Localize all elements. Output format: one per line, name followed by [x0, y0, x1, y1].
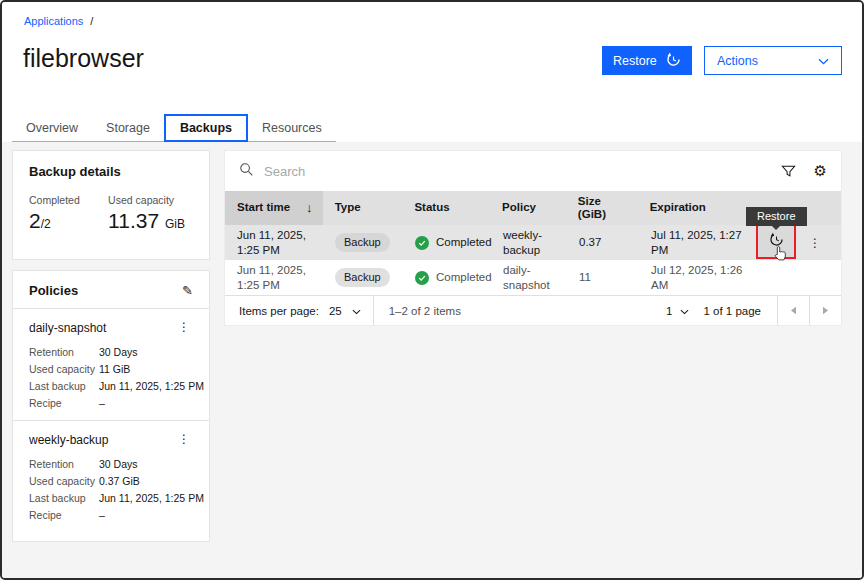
cell-expiration: Jul 12, 2025, 1:26 AM [639, 260, 755, 295]
breadcrumb-separator: / [90, 15, 93, 27]
policy-field-used-capacity: Used capacity0.37 GiB [29, 473, 193, 490]
cell-expiration: Jul 11, 2025, 1:27 PM [639, 225, 755, 260]
row-restore-button[interactable] [758, 226, 794, 257]
policy-name: weekly-backup [29, 433, 108, 447]
items-per-page-select[interactable]: Items per page: 25 [225, 296, 374, 325]
cell-type: Backup [323, 260, 403, 295]
next-page-button[interactable] [809, 296, 841, 325]
policy-field-recipe: Recipe– [29, 507, 193, 524]
policies-card: Policies ✎ daily-snapshot ⋮ Retention30 … [12, 270, 210, 542]
backup-details-stats: Completed 2/2 Used capacity 11.37 GiB [29, 194, 193, 233]
policy-overflow-menu-button[interactable]: ⋮ [175, 321, 193, 333]
cell-policy: daily-snapshot [491, 260, 567, 295]
table-row[interactable]: Jun 11, 2025, 1:25 PM Backup Completed d… [225, 260, 841, 295]
column-header-start-time[interactable]: Start time↓ [225, 191, 323, 225]
tab-resources-label: Resources [262, 121, 322, 135]
stat-completed-label: Completed [29, 194, 108, 206]
filter-icon[interactable] [781, 164, 796, 179]
type-tag: Backup [335, 233, 390, 252]
settings-gear-icon[interactable]: ⚙ [814, 162, 827, 180]
overflow-menu-icon: ⋮ [806, 237, 824, 249]
stat-completed: Completed 2/2 [29, 194, 108, 233]
backups-table: ⚙ Start time↓ Type Status Policy Size (G… [224, 150, 842, 326]
policy-field-retention: Retention30 Days [29, 344, 193, 361]
tab-overview-label: Overview [26, 121, 78, 135]
sort-descending-icon: ↓ [306, 201, 313, 216]
tab-backups[interactable]: Backups [164, 114, 248, 142]
tab-overview[interactable]: Overview [12, 114, 92, 142]
tab-storage[interactable]: Storage [92, 114, 164, 142]
policy-overflow-menu-button[interactable]: ⋮ [175, 433, 193, 445]
stat-used-capacity-label: Used capacity [108, 194, 193, 206]
policy-item-daily-snapshot: daily-snapshot ⋮ Retention30 Days Used c… [13, 309, 209, 420]
table-row[interactable]: Jun 11, 2025, 1:25 PM Backup Completed w… [225, 225, 841, 260]
cell-policy: weekly-backup [491, 225, 567, 260]
policy-field-last-backup: Last backupJun 11, 2025, 1:25 PM [29, 490, 193, 507]
restore-button-label: Restore [613, 54, 657, 68]
type-tag: Backup [335, 268, 390, 287]
stat-used-capacity-value: 11.37 GiB [108, 209, 193, 233]
breadcrumb: Applications/ [24, 15, 93, 27]
chevron-down-icon [352, 305, 361, 317]
tab-resources[interactable]: Resources [248, 114, 336, 142]
policy-field-used-capacity: Used capacity11 GiB [29, 361, 193, 378]
policy-field-recipe: Recipe– [29, 395, 193, 412]
tab-backups-label: Backups [180, 121, 232, 135]
caret-left-icon [790, 306, 797, 315]
cell-size: 0.37 [567, 225, 639, 260]
previous-page-button[interactable] [777, 296, 809, 325]
restore-button[interactable]: Restore [602, 46, 692, 75]
row-overflow-menu-button[interactable]: ⋮ [801, 225, 829, 260]
policy-name: daily-snapshot [29, 321, 106, 335]
page-title: filebrowser [23, 44, 144, 73]
cell-start-time: Jun 11, 2025, 1:25 PM [225, 225, 323, 260]
page-header: Applications/ filebrowser Restore Action… [2, 2, 862, 142]
tab-storage-label: Storage [106, 121, 150, 135]
restore-icon [666, 52, 681, 70]
cell-start-time: Jun 11, 2025, 1:25 PM [225, 260, 323, 295]
column-header-expiration[interactable]: Expiration [638, 191, 754, 225]
page-number-value: 1 [666, 305, 672, 317]
column-header-status[interactable]: Status [402, 191, 490, 225]
items-per-page-label: Items per page: [239, 305, 319, 317]
tab-bar: Overview Storage Backups Resources [12, 114, 312, 142]
actions-dropdown-button[interactable]: Actions [704, 46, 842, 75]
policies-header: Policies ✎ [13, 271, 209, 309]
policy-item-weekly-backup: weekly-backup ⋮ Retention30 Days Used ca… [13, 420, 209, 532]
cell-status: Completed [403, 260, 491, 295]
pagination-bar: Items per page: 25 1–2 of 2 items 1 1 of… [225, 295, 841, 325]
backup-details-title: Backup details [29, 164, 193, 179]
stat-completed-value: 2/2 [29, 209, 108, 233]
table-toolbar: ⚙ [225, 151, 841, 191]
column-header-type[interactable]: Type [323, 191, 403, 225]
column-header-policy[interactable]: Policy [490, 191, 566, 225]
actions-button-label: Actions [717, 54, 758, 68]
status-completed-icon [415, 236, 429, 250]
policies-title: Policies [29, 283, 78, 298]
restore-tooltip: Restore [746, 207, 807, 226]
page-number-select[interactable]: 1 [666, 305, 703, 317]
cell-size: 11 [567, 260, 639, 295]
column-header-overflow [801, 191, 841, 225]
policy-field-retention: Retention30 Days [29, 456, 193, 473]
app-window: Applications/ filebrowser Restore Action… [0, 0, 864, 580]
chevron-down-icon [818, 54, 829, 68]
status-completed-icon [415, 271, 429, 285]
pagination-range-text: 1–2 of 2 items [374, 305, 461, 317]
breadcrumb-applications-link[interactable]: Applications [24, 15, 83, 27]
edit-policies-icon[interactable]: ✎ [182, 283, 193, 298]
column-header-size[interactable]: Size (GiB) [566, 191, 638, 225]
policy-field-last-backup: Last backupJun 11, 2025, 1:25 PM [29, 378, 193, 395]
backup-details-card: Backup details Completed 2/2 Used capaci… [12, 150, 210, 260]
page-count-text: 1 of 1 page [703, 305, 777, 317]
search-input[interactable] [264, 164, 644, 179]
search-icon [239, 162, 254, 181]
chevron-down-icon [680, 305, 689, 317]
caret-right-icon [822, 306, 829, 315]
stat-used-capacity: Used capacity 11.37 GiB [108, 194, 193, 233]
restore-icon [769, 232, 784, 251]
cell-type: Backup [323, 225, 403, 260]
cell-status: Completed [403, 225, 491, 260]
content-area: Backup details Completed 2/2 Used capaci… [2, 142, 862, 578]
items-per-page-value: 25 [329, 305, 342, 317]
